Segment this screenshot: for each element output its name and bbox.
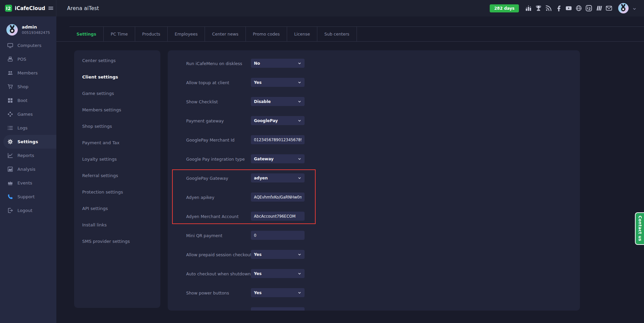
tab-center-news[interactable]: Center news (205, 27, 246, 41)
input-adyen-merchant-account[interactable]: AbcAccount796ECOM (251, 212, 305, 221)
settings-form: Run iCafeMenu on disklessNoAllow topup a… (168, 50, 580, 311)
control-value: 0 (254, 233, 302, 238)
form-label: Show power buttons (186, 290, 229, 295)
rss-icon (545, 5, 552, 11)
tab-products[interactable]: Products (135, 27, 168, 41)
hamburger-menu-icon[interactable] (48, 5, 54, 11)
tabs: SettingsPC TimeProductsEmployeesCenter n… (69, 26, 644, 41)
icafecloud-link[interactable] (586, 5, 592, 11)
category-client-settings[interactable]: Client settings (74, 69, 160, 85)
reports-icon (7, 153, 13, 158)
tab-pc-time[interactable]: PC Time (104, 27, 135, 41)
chevron-down-icon (298, 100, 302, 104)
category-loyalty-settings[interactable]: Loyalty settings (74, 151, 160, 167)
sidebar-item-label: Logs (17, 125, 28, 130)
select-show-checklist[interactable]: Disable (251, 97, 305, 106)
tab-settings[interactable]: Settings (69, 27, 104, 41)
topbar-icon-links (525, 5, 612, 11)
globe-icon (576, 5, 582, 11)
select-google-pay-integration-type[interactable]: Gateway (251, 154, 305, 163)
category-center-settings[interactable]: Center settings (74, 52, 160, 69)
sidebar-item-computers[interactable]: Computers (0, 39, 56, 52)
license-days-badge[interactable]: 282 days (490, 4, 519, 12)
category-shop-settings[interactable]: Shop settings (74, 118, 160, 134)
sidebar-item-boot[interactable]: Boot (0, 94, 56, 107)
tab-promo-codes[interactable]: Promo codes (246, 27, 287, 41)
sidebar-item-label: Games (17, 112, 33, 117)
youtube-icon (566, 5, 572, 11)
sidebar-item-shop[interactable]: Shop (0, 80, 56, 94)
sidebar-item-pos[interactable]: POS (0, 52, 56, 66)
category-protection-settings[interactable]: Protection settings (74, 184, 160, 200)
category-payment-and-tax[interactable]: Payment and Tax (74, 134, 160, 151)
dpad-icon (7, 111, 13, 117)
sidebar-item-label: POS (17, 57, 26, 62)
form-row-payment-gateway: Payment gatewayGooglePay (168, 111, 580, 130)
select-show-power-buttons[interactable]: Yes (251, 288, 305, 297)
select-auto-checkout-when-shutdown[interactable]: Yes (251, 269, 305, 278)
sidebar-item-games[interactable]: Games (0, 107, 56, 121)
form-label: Run iCafeMenu on diskless (186, 61, 242, 66)
sidebar-item-events[interactable]: Events (0, 176, 56, 190)
chevron-down-icon (298, 119, 302, 123)
user-id: 005193482475 (22, 31, 50, 35)
sidebar-item-reports[interactable]: Reports (0, 149, 56, 162)
input-adyen-apikey[interactable]: AQEvhmfxKo/GaRNHw0m/i (251, 193, 305, 202)
form-label: GooglePay Gateway (186, 175, 228, 180)
sidebar-user-block: admin 005193482475 (0, 16, 56, 37)
sidebar-item-label: Reports (17, 153, 34, 158)
sidebar-item-analysis[interactable]: Analysis (0, 162, 56, 176)
phone-icon (7, 194, 13, 200)
control-value: No (254, 61, 296, 66)
category-game-settings[interactable]: Game settings (74, 85, 160, 102)
youtube-link[interactable] (566, 5, 572, 11)
form-row-google-pay-integration-type: Google Pay integration typeGateway (168, 149, 580, 168)
category-sms-provider-settings[interactable]: SMS provider settings (74, 233, 160, 250)
input-mini-qr-payment[interactable]: 0 (251, 231, 305, 240)
user-name: admin (22, 24, 50, 30)
chevron-down-icon[interactable] (632, 6, 637, 10)
select-run-icafemenu-on-diskless[interactable]: No (251, 59, 305, 68)
tab-sub-centers[interactable]: Sub centers (317, 27, 357, 41)
mail-icon (606, 5, 612, 11)
ranking-link[interactable] (525, 5, 532, 11)
tab-license[interactable]: License (287, 27, 317, 41)
select-googlepay-gateway[interactable]: adyen (251, 173, 305, 182)
globe-link[interactable] (576, 5, 582, 11)
select-payment-gateway[interactable]: GooglePay (251, 116, 305, 125)
category-referral-settings[interactable]: Referral settings (74, 167, 160, 184)
sidebar-item-logs[interactable]: Logs (0, 121, 56, 135)
sidebar-item-logout[interactable]: Logout (0, 204, 56, 217)
form-row-auto-checkout-when-shutdown: Auto checkout when shutdownYes (168, 264, 580, 283)
pos-icon (7, 56, 13, 62)
select-allow-topup-at-client[interactable]: Yes (251, 78, 305, 87)
form-row-mini-qr-payment: Mini QR payment0 (168, 226, 580, 245)
user-avatar[interactable] (618, 3, 629, 13)
sidebar-item-support[interactable]: Support (0, 190, 56, 204)
category-install-links[interactable]: Install links (74, 217, 160, 233)
icafecloud-icon (586, 5, 592, 11)
chevron-down-icon (298, 61, 302, 65)
rss-link[interactable] (545, 5, 552, 11)
layers-link[interactable] (596, 5, 602, 11)
content-area: SettingsPC TimeProductsEmployeesCenter n… (56, 16, 644, 323)
input-googlepay-merchant-id[interactable]: 01234567890123456789 (251, 135, 305, 144)
control-value: Disable (254, 99, 296, 104)
sidebar-item-settings[interactable]: Settings (3, 135, 56, 149)
form-label: GooglePay Merchant Id (186, 137, 234, 142)
tab-employees[interactable]: Employees (168, 27, 205, 41)
control-value: Yes (254, 290, 296, 295)
sidebar-item-members[interactable]: Members (0, 66, 56, 80)
select-allow-prepaid-session-checkout[interactable]: Yes (251, 250, 305, 259)
trophy-link[interactable] (535, 5, 542, 11)
control-value: GooglePay (254, 118, 296, 123)
icafecloud-logo-icon (5, 5, 12, 12)
facebook-link[interactable] (555, 5, 562, 11)
mail-link[interactable] (606, 5, 612, 11)
category-members-settings[interactable]: Members settings (74, 102, 160, 118)
category-api-settings[interactable]: API settings (74, 200, 160, 217)
contact-us-button[interactable]: Contact us (635, 212, 644, 245)
form-control-partial[interactable] (251, 307, 305, 311)
sidebar-user-avatar (6, 24, 18, 36)
brand-name: iCafeCloud (15, 5, 45, 11)
